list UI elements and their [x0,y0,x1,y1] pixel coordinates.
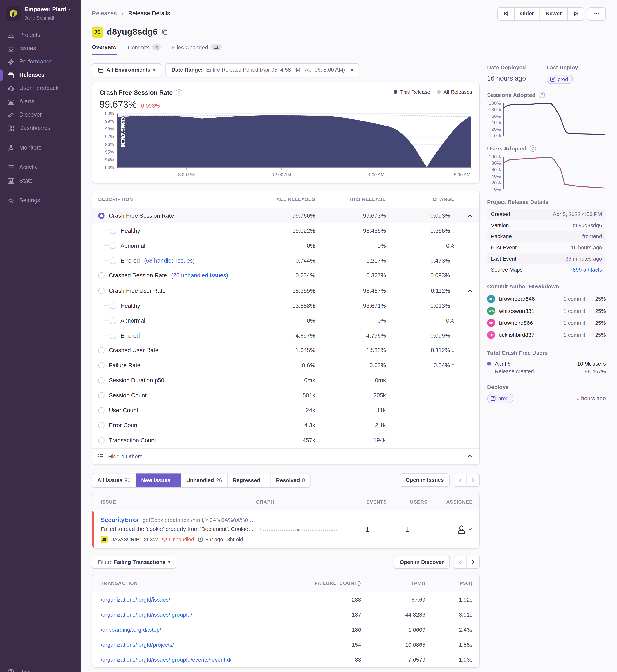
open-in-discover-button[interactable]: Open in Discover [394,556,450,569]
tab-commits[interactable]: Commits4 [128,43,161,55]
sidebar-item-dashboards[interactable]: Dashboards [0,122,80,135]
transaction-link[interactable]: /onboarding/:orgId/:step/ [101,626,161,633]
metric-radio[interactable] [110,302,116,309]
metric-radio[interactable] [98,272,105,279]
sidebar-item-settings[interactable]: Settings [0,194,80,207]
metric-row-errored[interactable]: Errored4.697%4.796%0.099% ↑ [92,328,479,343]
metric-radio[interactable] [98,437,105,443]
metric-radio[interactable] [98,422,105,428]
crash-free-session-chart[interactable]: 100%99%98%97%96%95%94%93%8:00 PM12:00 AM… [99,111,472,179]
transaction-row[interactable]: /organizations/:orgId/issues/28867.691.9… [92,592,479,607]
date-range-filter[interactable]: Date Range: Entire Release Period (Apr 0… [166,63,359,77]
metric-radio[interactable] [110,332,116,339]
metric-row-session-duration-p50[interactable]: Session Duration p500ms0ms– [92,373,479,388]
sidebar-item-stats[interactable]: Stats [0,174,80,188]
transaction-row[interactable]: /organizations/:orgId/issues/:groupId/ev… [92,652,479,667]
metric-row-crashed-user-rate[interactable]: Crashed User Rate1.645%1.533%0.112% ↓ [92,343,479,358]
metric-radio[interactable] [110,257,116,264]
transaction-link[interactable]: /organizations/:orgId/issues/:groupId/ [101,611,192,618]
metric-row-errored[interactable]: Errored (68 handled issues)0.744%1.217%0… [92,253,479,268]
issues-tab-new-issues[interactable]: New Issues1 [136,473,181,487]
breadcrumb-releases[interactable]: Releases [92,10,117,17]
sidebar-item-discover[interactable]: Discover [0,108,80,121]
org-switcher[interactable]: Empower Plant Jane Schmidt [0,6,80,29]
source-maps-link[interactable]: 899 artifacts [573,267,602,273]
sidebar-item-alerts[interactable]: Alerts [0,95,80,108]
metric-radio[interactable] [98,407,105,413]
deploy-env-badge[interactable]: prod [547,74,573,84]
transaction-link[interactable]: /organizations/:orgId/projects/ [101,641,174,648]
metric-row-failure-rate[interactable]: Failure Rate0.6%0.63%0.04% ↑ [92,358,479,373]
legend-this-release[interactable]: This Release [394,89,430,95]
deploy-env-badge[interactable]: prod [487,394,513,403]
help-tooltip-icon[interactable]: ? [176,89,182,96]
metric-row-transaction-count[interactable]: Transaction Count457k194k– [92,433,479,448]
issues-next-page-button[interactable] [466,473,480,486]
metric-radio[interactable] [98,377,105,383]
svg-text:40%: 40% [491,174,501,179]
transaction-row[interactable]: /onboarding/:orgId/:step/1861.06092.43s [92,622,479,637]
metric-row-error-count[interactable]: Error Count4.3k2.1k– [92,418,479,433]
sidebar-item-activity[interactable]: Activity [0,161,80,174]
metric-radio[interactable] [98,392,105,399]
sidebar-item-help[interactable]: Help [0,665,80,672]
metric-radio[interactable] [110,242,116,249]
older-button[interactable]: Older [514,7,540,20]
issues-prev-page-button[interactable] [453,473,466,486]
metric-radio[interactable] [110,227,116,234]
issues-tab-regressed[interactable]: Regressed1 [227,473,271,487]
metric-row-healthy[interactable]: Healthy99.022%98.456%0.566% ↓ [92,223,479,238]
more-options-button[interactable] [588,7,606,20]
metric-radio[interactable] [98,362,105,368]
tab-overview[interactable]: Overview [92,43,117,55]
issue-row[interactable]: SecurityError getCookie(data:text/html,%… [92,511,479,548]
help-tooltip-icon[interactable]: ? [530,145,536,151]
chevron-up-icon[interactable] [467,214,472,218]
issues-tab-resolved[interactable]: Resolved0 [271,473,310,487]
newer-button[interactable]: Newer [540,7,568,20]
open-in-issues-button[interactable]: Open in Issues [400,473,450,487]
oldest-release-button[interactable] [497,7,514,20]
metric-row-crashed-session-rate[interactable]: Crashed Session Rate (26 unhandled issue… [92,268,479,283]
transaction-link[interactable]: /organizations/:orgId/issues/:groupId/ev… [101,656,232,663]
metric-issues-link[interactable]: (68 handled issues) [144,257,195,264]
transaction-row[interactable]: /organizations/:orgId/projects/15410.086… [92,637,479,652]
transactions-filter[interactable]: Filter: Failing Transactions ▾ [92,556,176,569]
sidebar-item-issues[interactable]: Issues [0,42,80,55]
metric-row-healthy[interactable]: Healthy93.658%93.671%0.013% ↑ [92,298,479,313]
metric-row-crash-free-session-rate[interactable]: Crash Free Session Rate99.766%99.673%0.0… [92,208,479,223]
metric-radio[interactable] [98,212,105,219]
metric-radio[interactable] [98,347,105,353]
sidebar-item-performance[interactable]: Performance [0,55,80,68]
failure-count: 187 [290,611,361,618]
metric-row-crash-free-user-rate[interactable]: Crash Free User Rate98.355%98.467%0.112%… [92,283,479,298]
assignee-selector[interactable] [427,524,472,535]
metric-row-user-count[interactable]: User Count24k11k– [92,403,479,418]
transaction-link[interactable]: /organizations/:orgId/issues/ [101,596,170,603]
metric-radio[interactable] [98,287,105,294]
metric-radio[interactable] [110,317,116,324]
metric-label: Session Duration p50 [109,377,164,383]
metric-row-abnormal[interactable]: Abnormal0%0%0% [92,238,479,253]
metric-issues-link[interactable]: (26 unhandled issues) [171,272,228,279]
chevron-up-icon[interactable] [467,289,472,293]
sidebar-item-monitors[interactable]: Monitors [0,141,80,154]
legend-all-releases[interactable]: All Releases [437,89,472,95]
transactions-prev-page-button[interactable] [453,556,466,569]
environment-filter[interactable]: All Environments ▾ [92,63,161,77]
tab-files-changed[interactable]: Files Changed11 [172,43,222,55]
issue-title-link[interactable]: SecurityError [101,516,139,523]
sidebar-item-projects[interactable]: Projects [0,29,80,42]
metric-row-abnormal[interactable]: Abnormal0%0%0% [92,313,479,328]
issues-tab-all-issues[interactable]: All Issues90 [92,473,136,487]
hide-others-toggle[interactable]: Hide 4 Others [92,448,479,464]
transactions-next-page-button[interactable] [466,556,480,569]
help-tooltip-icon[interactable]: ? [539,91,545,98]
metric-row-session-count[interactable]: Session Count501k205k– [92,388,479,403]
copy-icon[interactable] [162,29,168,35]
sidebar-item-user-feedback[interactable]: User Feedback [0,82,80,95]
sidebar-item-releases[interactable]: Releases [0,68,80,82]
newest-release-button[interactable] [567,7,584,20]
issues-tab-unhandled[interactable]: Unhandled26 [181,473,227,487]
transaction-row[interactable]: /organizations/:orgId/issues/:groupId/18… [92,607,479,622]
